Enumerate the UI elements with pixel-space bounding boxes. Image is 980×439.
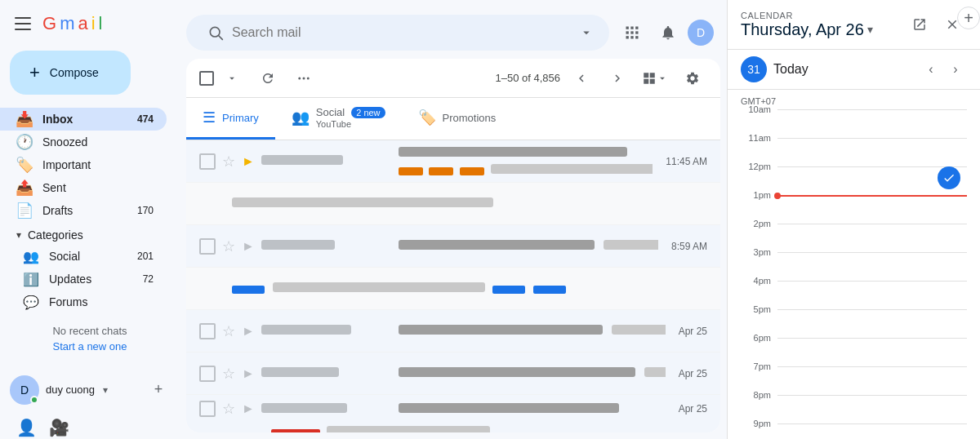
important-label: Important [42, 158, 154, 171]
star-icon[interactable]: ☆ [222, 153, 235, 171]
sidebar-item-important[interactable]: 🏷️ Important [0, 153, 167, 176]
current-time-dot [774, 193, 781, 199]
apps-icon[interactable] [616, 16, 648, 49]
compose-button[interactable]: + Compose [10, 51, 131, 95]
calendar-next-button[interactable]: › [944, 58, 967, 81]
forums-cat-label: Forums [49, 295, 154, 308]
social-tab-label: Social [316, 106, 345, 118]
gmail-logo-g: G [42, 13, 56, 34]
select-dropdown-icon[interactable] [217, 64, 247, 93]
social-cat-label: Social [49, 250, 137, 263]
important-icon[interactable]: ► [242, 401, 255, 416]
notifications-icon[interactable] [652, 16, 684, 49]
sender-name [261, 403, 392, 415]
star-icon[interactable]: ☆ [222, 400, 235, 418]
sidebar-item-drafts[interactable]: 📄 Drafts 170 [0, 199, 167, 222]
start-new-chat-link[interactable]: Start a new one [13, 340, 167, 353]
table-row[interactable]: ☆ ► Apr 25 [186, 353, 720, 395]
tab-primary[interactable]: ☰ Primary [186, 98, 275, 140]
svg-rect-7 [635, 31, 638, 33]
sender-name [261, 367, 392, 379]
email-preview [644, 367, 665, 377]
user-avatar-top[interactable]: D [688, 20, 714, 46]
gmail-logo: Gmail [42, 13, 102, 34]
today-nav: ‹ › [920, 58, 967, 81]
tab-promotions[interactable]: 🏷️ Promotions [402, 98, 513, 140]
important-icon[interactable]: ► [242, 154, 255, 169]
svg-rect-14 [644, 73, 648, 78]
sidebar-item-snoozed[interactable]: 🕐 Snoozed [0, 131, 167, 153]
row-checkbox[interactable] [199, 401, 216, 417]
table-row[interactable]: ☆ ► Apr 25 [186, 310, 720, 353]
sidebar-item-social[interactable]: 👥 Social 201 [0, 245, 167, 268]
user-dropdown-icon[interactable]: ▾ [103, 384, 108, 396]
calendar-event-dot[interactable] [938, 166, 960, 189]
categories-header[interactable]: ▾ Categories [0, 222, 180, 245]
drafts-icon: 📄 [16, 202, 33, 219]
categories-label: Categories [28, 228, 83, 242]
time-label-12pm: 12pm [741, 162, 777, 171]
add-event-button[interactable]: + [957, 7, 980, 29]
time-line [777, 309, 967, 310]
calendar-body: GMT+07 10am 11am 12pm 1pm [728, 90, 980, 439]
sidebar-item-updates[interactable]: ℹ️ Updates 72 [0, 268, 167, 290]
calendar-external-link-button[interactable] [905, 10, 934, 39]
inbox-icon: 📥 [16, 111, 33, 127]
calendar-dropdown-icon[interactable]: ▾ [867, 23, 873, 36]
select-all-checkbox[interactable] [199, 71, 214, 86]
sidebar-bottom-icons: 👤 🎥 [0, 411, 180, 439]
important-icon[interactable]: ► [242, 366, 255, 381]
email-sub-row [199, 424, 707, 432]
settings-button[interactable] [678, 64, 707, 93]
refresh-button[interactable] [253, 64, 283, 93]
calendar-date-label: Thursday, Apr 26 ▾ [741, 20, 905, 39]
layout-button[interactable] [639, 68, 671, 89]
time-line [777, 395, 967, 396]
star-icon[interactable]: ☆ [222, 237, 235, 255]
tab-social[interactable]: 👥 Social 2 new YouTube [275, 98, 402, 140]
svg-rect-8 [626, 36, 629, 38]
snoozed-icon: 🕐 [16, 134, 33, 150]
table-row[interactable]: ☆ ► 8:59 AM [186, 225, 720, 268]
star-icon[interactable]: ☆ [222, 365, 235, 383]
contacts-icon[interactable]: 👤 [13, 415, 39, 439]
add-account-button[interactable]: + [147, 379, 170, 401]
calendar-prev-button[interactable]: ‹ [920, 58, 942, 81]
important-icon[interactable]: ► [242, 324, 255, 339]
table-row[interactable] [186, 268, 720, 310]
search-input[interactable] [232, 25, 570, 40]
svg-point-12 [303, 77, 305, 79]
meet-icon[interactable]: 🎥 [46, 415, 72, 439]
email-subject [399, 325, 603, 335]
next-page-button[interactable] [603, 64, 632, 93]
sidebar-footer: D duy cuong ▾ + [0, 369, 180, 411]
social-cat-icon: 👥 [23, 248, 39, 264]
time-label-5pm: 5pm [741, 304, 777, 314]
user-avatar[interactable]: D [10, 375, 39, 405]
main-panel: D 1–50 of 4,856 [180, 0, 727, 439]
time-line [777, 224, 967, 224]
sidebar-item-inbox[interactable]: 📥 Inbox 474 [0, 108, 167, 131]
email-subject [399, 240, 595, 250]
more-options-button[interactable] [289, 64, 318, 93]
table-row[interactable] [186, 183, 720, 225]
table-row[interactable]: ☆ ► 11:45 AM [186, 140, 720, 183]
search-icon[interactable] [199, 16, 232, 49]
svg-rect-15 [650, 73, 655, 78]
hamburger-menu[interactable] [13, 14, 33, 33]
search-options-icon[interactable] [570, 16, 603, 49]
row-checkbox[interactable] [199, 323, 216, 339]
calendar-app-label: CALENDAR [741, 11, 905, 20]
row-checkbox[interactable] [199, 153, 216, 170]
star-icon[interactable]: ☆ [222, 322, 235, 340]
row-checkbox[interactable] [199, 366, 216, 382]
prev-page-button[interactable] [567, 64, 596, 93]
row-checkbox[interactable] [199, 238, 216, 255]
email-date: Apr 25 [679, 403, 707, 415]
table-row[interactable]: ☆ ► Apr 25 [186, 395, 720, 432]
svg-line-1 [219, 36, 223, 40]
social-tab-sub: YouTube [316, 119, 385, 129]
sidebar-item-forums[interactable]: 💬 Forums [0, 290, 167, 313]
important-icon[interactable]: ► [242, 239, 255, 254]
sidebar-item-sent[interactable]: 📤 Sent [0, 176, 167, 199]
